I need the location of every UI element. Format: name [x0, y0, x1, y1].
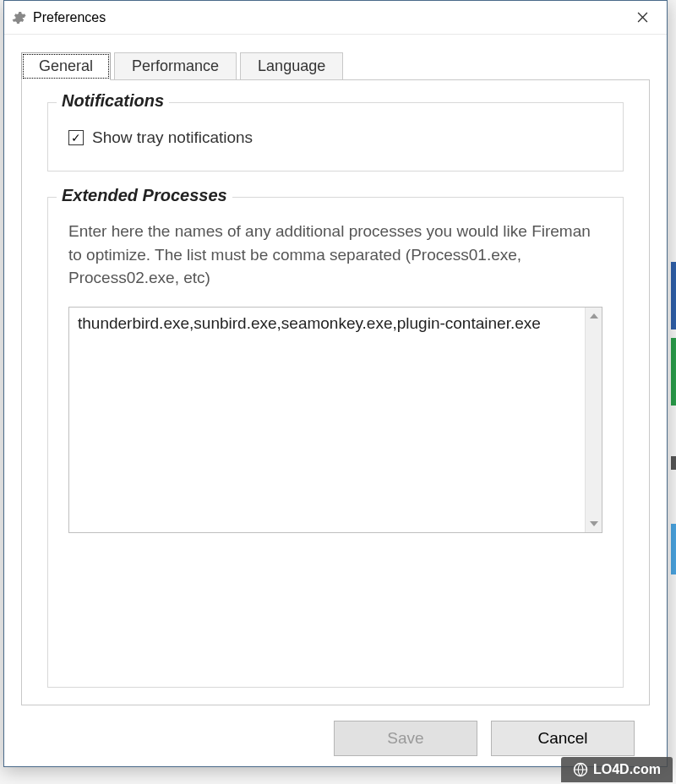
titlebar: Preferences [4, 1, 667, 35]
notifications-legend: Notifications [57, 91, 169, 111]
processes-textarea[interactable] [69, 308, 585, 532]
notifications-group: Notifications ✓ Show tray notifications [47, 102, 624, 172]
window-title: Preferences [33, 10, 106, 25]
processes-textarea-wrap [68, 307, 602, 533]
client-area: General Performance Language Notificatio… [4, 35, 667, 766]
bg-stripe [671, 338, 676, 406]
scroll-down-icon[interactable] [586, 515, 602, 532]
tabs: General Performance Language [21, 52, 650, 79]
save-button[interactable]: Save [334, 721, 477, 756]
check-icon: ✓ [71, 132, 81, 144]
show-tray-checkbox[interactable]: ✓ [68, 130, 84, 145]
tab-language[interactable]: Language [240, 52, 343, 80]
bg-stripe [671, 456, 676, 470]
dialog-buttons: Save Cancel [21, 705, 650, 756]
bg-stripe [671, 524, 676, 574]
extended-helptext: Enter here the names of any additional p… [68, 220, 602, 290]
tab-performance[interactable]: Performance [114, 52, 237, 80]
watermark: LO4D.com [561, 757, 673, 782]
show-tray-label: Show tray notifications [92, 128, 253, 147]
tab-panel-general: Notifications ✓ Show tray notifications … [21, 79, 650, 705]
preferences-window: Preferences General Performance Language… [3, 0, 668, 767]
close-icon [637, 12, 648, 23]
tab-general[interactable]: General [21, 52, 111, 80]
show-tray-row: ✓ Show tray notifications [68, 128, 602, 147]
extended-processes-group: Extended Processes Enter here the names … [47, 197, 624, 688]
extended-legend: Extended Processes [57, 186, 232, 205]
globe-icon [573, 762, 588, 777]
close-button[interactable] [621, 4, 663, 31]
cancel-button[interactable]: Cancel [491, 721, 635, 756]
textarea-scrollbar[interactable] [585, 308, 602, 532]
scroll-up-icon[interactable] [586, 308, 602, 324]
watermark-text: LO4D.com [593, 762, 661, 777]
bg-stripe [671, 262, 676, 329]
gear-icon [11, 10, 26, 25]
